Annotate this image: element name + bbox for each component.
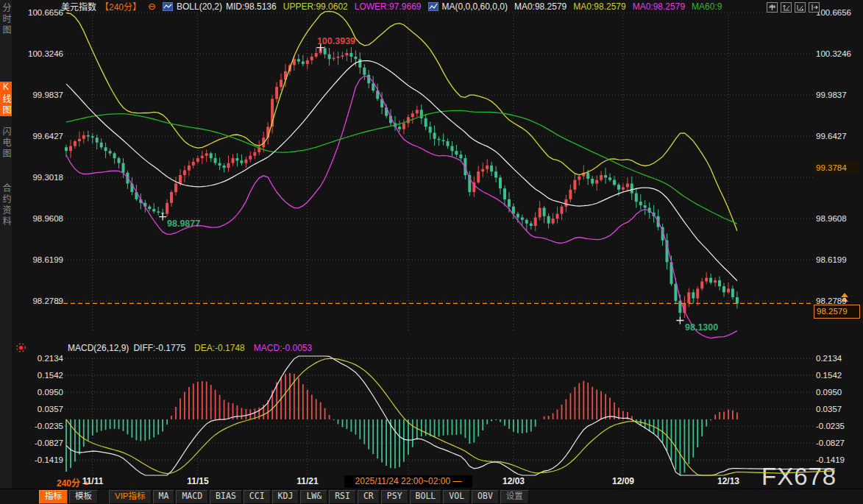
chart-tool-buttons bbox=[767, 2, 820, 13]
ma0-magenta-value: MA0:98.2579 bbox=[633, 1, 685, 12]
macd-title: MACD(26,12,9) bbox=[68, 343, 129, 353]
ma0-yellow-value: MA0:98.2579 bbox=[573, 1, 625, 12]
ma-title: MA(0,0,0,60,0,0) bbox=[442, 1, 508, 12]
high-price-annotation: 100.3939 bbox=[308, 36, 364, 46]
indicator-header: 美元指数 【240分】 ⊖ BOLL(20,2) MID:98.5136 UPP… bbox=[61, 0, 722, 13]
macd-hist-value: MACD:-0.0053 bbox=[254, 343, 312, 353]
toolbar-button-vol[interactable]: VOL bbox=[443, 490, 470, 504]
move-tool-icon[interactable] bbox=[767, 2, 778, 13]
toolbar-button-lw[interactable]: LW& bbox=[300, 490, 327, 504]
ma60-value: MA60:9 bbox=[692, 1, 722, 12]
boll-indicator-icon[interactable] bbox=[163, 2, 173, 11]
toolbar-button-模板[interactable]: 模板 bbox=[69, 490, 98, 504]
x-axis-row: 240分 ▲ 2025/11/24 22:00~02:00 — 11/1111/… bbox=[0, 475, 863, 489]
indicator-pane-icon[interactable] bbox=[15, 342, 26, 353]
boll-mid-value: MID:98.5136 bbox=[226, 1, 277, 12]
zoom-vertical-icon[interactable] bbox=[781, 2, 792, 13]
price-marker-badge: 99.3784 bbox=[814, 162, 859, 174]
toolbar-button-boll[interactable]: BOLL bbox=[410, 490, 442, 504]
pan-right-icon[interactable] bbox=[809, 2, 820, 13]
sidebar-tab-contract-info[interactable]: 合约资料 bbox=[0, 183, 12, 227]
boll-lower-value: LOWER:97.9669 bbox=[355, 1, 422, 12]
toolbar-button-macd[interactable]: MACD bbox=[176, 490, 208, 504]
indicator-toolbar: 指标模板VIP指标MAMACDBIASCCIKDJLW&RSICRPSYBOLL… bbox=[0, 489, 863, 504]
sidebar-tab-lightning[interactable]: 闪电图 bbox=[0, 127, 12, 160]
toolbar-button-cr[interactable]: CR bbox=[358, 490, 380, 504]
date-axis-label: 11/11 bbox=[66, 476, 119, 486]
boll-title: BOLL(20,2) bbox=[177, 1, 222, 12]
toolbar-button-ma[interactable]: MA bbox=[153, 490, 175, 504]
toolbar-button-psy[interactable]: PSY bbox=[381, 490, 408, 504]
ma0-white-value: MA0:98.2579 bbox=[514, 1, 567, 12]
toolbar-button-obv[interactable]: OBV bbox=[472, 490, 499, 504]
toolbar-button-kdj[interactable]: KDJ bbox=[272, 490, 299, 504]
selected-candle-time-label: 2025/11/24 22:00~02:00 — bbox=[344, 475, 472, 488]
toolbar-button-bias[interactable]: BIAS bbox=[210, 490, 242, 504]
macd-diff-value: DIFF:-0.1775 bbox=[133, 343, 185, 353]
macd-dea-value: DEA:-0.1748 bbox=[194, 343, 245, 353]
date-axis-label: 12/03 bbox=[487, 476, 540, 486]
toolbar-button-vip指标[interactable]: VIP指标 bbox=[109, 490, 152, 504]
date-axis-label: 11/21 bbox=[281, 476, 334, 486]
ma-indicator-icon[interactable] bbox=[428, 2, 438, 11]
low-price-annotation-right: 98.1300 bbox=[685, 322, 718, 333]
chart-type-sidebar: 分时图 K线图 闪电图 合约资料 bbox=[0, 0, 12, 489]
toolbar-button-设置[interactable]: 设置 bbox=[500, 490, 529, 504]
low-price-annotation-left: 98.9877 bbox=[167, 219, 200, 229]
date-axis-label: 11/15 bbox=[171, 476, 224, 486]
date-axis-label: 12/09 bbox=[597, 476, 650, 486]
period-badge[interactable]: 【240分】 bbox=[100, 0, 141, 13]
macd-header: MACD(26,12,9) DIFF:-0.1775 DEA:-0.1748 M… bbox=[68, 342, 312, 353]
toolbar-button-指标[interactable]: 指标 bbox=[39, 490, 68, 504]
boll-upper-value: UPPER:99.0602 bbox=[283, 1, 348, 12]
sidebar-tab-candlestick[interactable]: K线图 bbox=[0, 82, 12, 116]
toolbar-button-cci[interactable]: CCI bbox=[244, 490, 271, 504]
current-price-badge: 98.2579 bbox=[814, 305, 860, 319]
circle-minus-icon[interactable]: ⊖ bbox=[148, 2, 156, 11]
toolbar-button-rsi[interactable]: RSI bbox=[329, 490, 356, 504]
trading-app-window: FX678 100.6656100.6656100.3246100.324699… bbox=[0, 0, 863, 504]
date-axis-label: 12/13 bbox=[702, 476, 755, 486]
symbol-name: 美元指数 bbox=[61, 0, 96, 13]
price-macd-chart[interactable] bbox=[0, 0, 863, 504]
sidebar-tab-timeline[interactable]: 分时图 bbox=[0, 3, 12, 36]
zoom-horizontal-icon[interactable] bbox=[795, 2, 806, 13]
